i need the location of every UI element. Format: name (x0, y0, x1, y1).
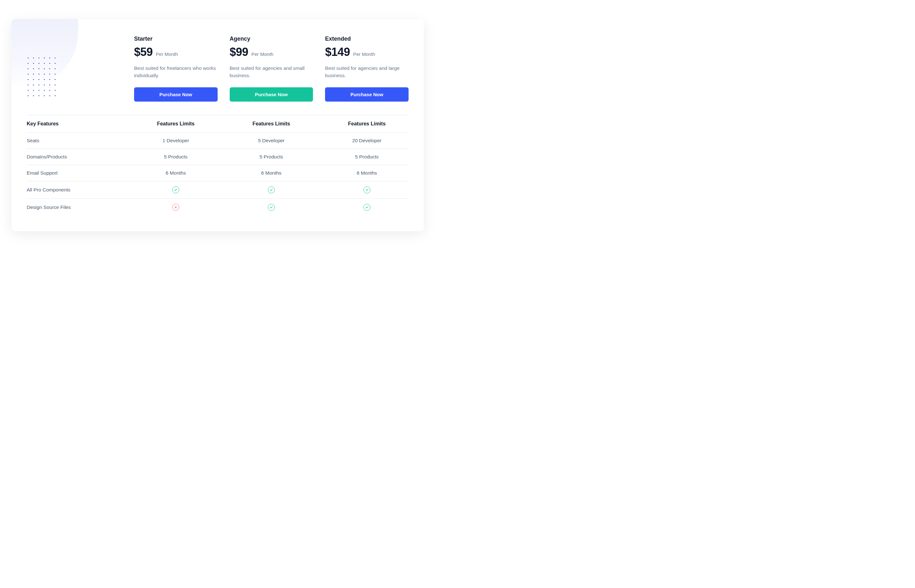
plan-price: $59 (134, 45, 153, 59)
feature-value: 1 Developer (134, 138, 218, 144)
feature-value (134, 186, 218, 193)
purchase-button-agency[interactable]: Purchase Now (230, 87, 313, 102)
check-icon (268, 204, 275, 211)
feature-value: 5 Products (325, 154, 408, 160)
check-icon (172, 186, 179, 193)
plan-description: Best suited for agencies and large busin… (325, 65, 408, 80)
plan-description: Best suited for agencies and small busin… (230, 65, 313, 80)
features-table: Key Features Features Limits Features Li… (27, 115, 408, 216)
check-icon (363, 186, 371, 193)
table-row: Domains/Products5 Products5 Products5 Pr… (27, 149, 408, 165)
plan-price: $99 (230, 45, 248, 59)
feature-value (230, 186, 313, 193)
feature-value: 6 Months (325, 170, 408, 176)
feature-label: Seats (27, 138, 122, 144)
header-features-limits: Features Limits (325, 121, 408, 127)
plan-period: Per Month (251, 52, 273, 57)
table-row: Seats1 Developer5 Developer20 Developer (27, 132, 408, 149)
feature-value (325, 204, 408, 211)
header-key-features: Key Features (27, 121, 122, 127)
table-row: Email Support6 Months6 Months6 Months (27, 165, 408, 181)
plan-extended: Extended $149 Per Month Best suited for … (325, 36, 408, 102)
plan-agency: Agency $99 Per Month Best suited for age… (230, 36, 313, 102)
purchase-button-starter[interactable]: Purchase Now (134, 87, 218, 102)
table-row: All Pro Components (27, 181, 408, 199)
plan-price: $149 (325, 45, 350, 59)
table-row: Design Source Files (27, 199, 408, 216)
feature-value: 20 Developer (325, 138, 408, 144)
feature-label: Design Source Files (27, 205, 122, 210)
features-header-row: Key Features Features Limits Features Li… (27, 115, 408, 132)
feature-value: 5 Developer (230, 138, 313, 144)
plan-name: Starter (134, 36, 218, 42)
feature-value (325, 186, 408, 193)
feature-value (230, 204, 313, 211)
plan-name: Extended (325, 36, 408, 42)
cross-icon (172, 204, 179, 211)
feature-label: Domains/Products (27, 154, 122, 160)
feature-value: 6 Months (134, 170, 218, 176)
check-icon (268, 186, 275, 193)
plan-period: Per Month (353, 52, 375, 57)
plan-description: Best suited for freelancers who works in… (134, 65, 218, 80)
check-icon (363, 204, 371, 211)
feature-label: All Pro Components (27, 187, 122, 193)
feature-label: Email Support (27, 170, 122, 176)
header-features-limits: Features Limits (230, 121, 313, 127)
plan-period: Per Month (156, 52, 178, 57)
plans-header-spacer (27, 36, 122, 102)
plans-header-row: Starter $59 Per Month Best suited for fr… (27, 36, 408, 102)
feature-value: 5 Products (134, 154, 218, 160)
header-features-limits: Features Limits (134, 121, 218, 127)
feature-value (134, 204, 218, 211)
feature-value: 5 Products (230, 154, 313, 160)
plan-name: Agency (230, 36, 313, 42)
plan-starter: Starter $59 Per Month Best suited for fr… (134, 36, 218, 102)
purchase-button-extended[interactable]: Purchase Now (325, 87, 408, 102)
feature-value: 6 Months (230, 170, 313, 176)
pricing-card: Starter $59 Per Month Best suited for fr… (11, 19, 424, 231)
